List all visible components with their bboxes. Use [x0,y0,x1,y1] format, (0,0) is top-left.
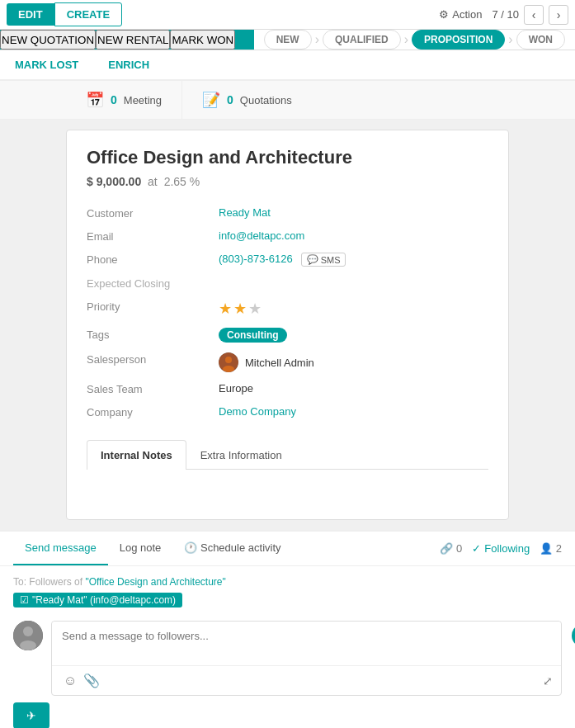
tag-consulting[interactable]: Consulting [219,328,287,343]
expected-closing-label: Expected Closing [87,277,219,290]
new-quotation-button[interactable]: NEW QUOTATION [0,30,96,50]
messaging-tabs: Send message Log note 🕐 Schedule activit… [0,532,575,566]
priority-label: Priority [87,300,219,313]
star-3[interactable]: ★ [248,300,262,318]
send-icon: ✈ [26,709,36,722]
salesperson-avatar [219,352,238,372]
msg-body: To: Followers of "Office Design and Arch… [0,566,575,728]
action-buttons: NEW QUOTATION NEW RENTAL MARK WON [0,30,235,50]
new-rental-button[interactable]: NEW RENTAL [96,30,170,50]
compose-box-wrapper: ☺ 📎 ⤢ ↻ [51,621,562,696]
compose-area: ☺ 📎 ⤢ ↻ [13,621,562,696]
quotation-icon: 📝 [202,91,220,109]
status-proposition[interactable]: PROPOSITION [412,30,505,50]
customer-value[interactable]: Ready Mat [219,206,271,219]
card-rate-suffix: % [190,175,200,188]
send-button[interactable]: ✈ [13,702,49,728]
salesperson-field: Salesperson Mitchell Admin [87,347,488,377]
email-value[interactable]: info@deltapc.com [219,229,304,242]
star-2[interactable]: ★ [233,300,247,318]
svg-point-2 [223,366,234,372]
mark-won-button[interactable]: MARK WON [170,30,235,50]
phone-value[interactable]: (803)-873-6126 [219,253,293,265]
salesperson-label: Salesperson [87,352,219,366]
priority-stars[interactable]: ★ ★ ★ [219,300,262,318]
user-avatar [13,621,43,650]
nav-next-button[interactable]: › [549,5,568,25]
tab-log-note[interactable]: Log note [108,532,173,565]
svg-point-1 [225,357,232,363]
company-field: Company Demo Company [87,400,488,423]
refresh-button[interactable]: ↻ [572,624,575,647]
calendar-icon: 📅 [86,91,104,109]
quotations-item[interactable]: 📝 0 Quotations [182,81,312,119]
meeting-label: Meeting [124,94,162,106]
card-at: at [148,175,158,188]
tab-send-message[interactable]: Send message [13,532,108,565]
sms-icon: 💬 [307,254,318,265]
compose-box: ☺ 📎 ⤢ [51,621,562,696]
priority-field: Priority ★ ★ ★ [87,295,488,323]
create-button[interactable]: CREATE [54,2,122,26]
phone-label: Phone [87,253,219,266]
recipient-row: ☑ "Ready Mat" (info@deltapc.com) [13,593,562,614]
email-field: Email info@deltapc.com [87,225,488,248]
top-bar: EDIT CREATE ⚙ Action 7 / 10 ‹ › [0,0,575,30]
status-new[interactable]: NEW [264,30,312,50]
check-icon: ☑ [20,594,29,606]
svg-point-5 [20,641,36,650]
quotations-count: 0 [227,93,233,106]
stats-row: 📅 0 Meeting 📝 0 Quotations [0,81,575,120]
people-icon: 👤 [540,542,553,555]
mark-lost-button[interactable]: MARK LOST [0,50,93,79]
recipient-tag[interactable]: ☑ "Ready Mat" (info@deltapc.com) [13,593,182,607]
nav-counter: 7 / 10 ‹ › [492,5,568,25]
salesperson-row: Mitchell Admin [219,352,314,372]
compose-input[interactable] [52,622,561,663]
content-area: 📅 0 Meeting 📝 0 Quotations Office Design… [0,81,575,728]
star-1[interactable]: ★ [219,300,232,318]
tags-label: Tags [87,328,219,341]
card-rate: 2.65 [164,175,186,188]
status-won[interactable]: WON [516,30,565,50]
tab-schedule-activity[interactable]: 🕐 Schedule activity [172,532,292,565]
check-icon: ✓ [472,542,481,555]
tags-field: Tags Consulting [87,323,488,347]
status-qualified[interactable]: QUALIFIED [323,30,401,50]
nav-prev-button[interactable]: ‹ [524,5,544,25]
people-count[interactable]: 👤 2 [540,542,562,555]
card-amount: $ 9,000.00 [87,175,141,188]
clock-icon: 🕐 [184,541,200,554]
compose-toolbar: ☺ 📎 ⤢ [52,665,561,695]
messaging-area: Send message Log note 🕐 Schedule activit… [0,530,575,728]
main-card: Office Design and Architecture $ 9,000.0… [66,130,509,520]
emoji-button[interactable]: ☺ [60,672,80,690]
tab-extra-information[interactable]: Extra Information [186,440,296,470]
expected-closing-field: Expected Closing [87,272,488,295]
phone-field: Phone (803)-873-6126 💬 SMS [87,248,488,272]
page-wrapper: EDIT CREATE ⚙ Action 7 / 10 ‹ › NEW QUOT… [0,0,575,728]
salesperson-name: Mitchell Admin [245,357,314,369]
link-badge[interactable]: 🔗 0 [440,542,462,555]
card-title: Office Design and Architecture [87,147,488,168]
to-label: To: Followers of [13,576,82,588]
tab-internal-notes[interactable]: Internal Notes [87,440,186,470]
sms-button[interactable]: 💬 SMS [301,253,346,267]
status-stages: NEW › QUALIFIED › PROPOSITION › WON [254,30,575,50]
action-button[interactable]: ⚙ Action [439,8,482,21]
edit-button[interactable]: EDIT [7,3,54,26]
tab-content [87,470,488,503]
sales-team-field: Sales Team Europe [87,377,488,400]
email-label: Email [87,229,219,243]
meeting-item[interactable]: 📅 0 Meeting [66,81,182,119]
attachment-button[interactable]: 📎 [80,671,103,690]
company-value[interactable]: Demo Company [219,405,296,418]
msg-right-actions: 🔗 0 ✓ Following 👤 2 [440,542,562,555]
following-button[interactable]: ✓ Following [472,542,530,555]
msg-to: To: Followers of "Office Design and Arch… [13,576,562,588]
to-name: "Office Design and Architecture" [85,576,225,588]
expand-button[interactable]: ⤢ [543,674,553,688]
detail-tabs: Internal Notes Extra Information [87,440,488,470]
svg-point-4 [23,626,33,636]
enrich-button[interactable]: ENRICH [93,50,164,79]
